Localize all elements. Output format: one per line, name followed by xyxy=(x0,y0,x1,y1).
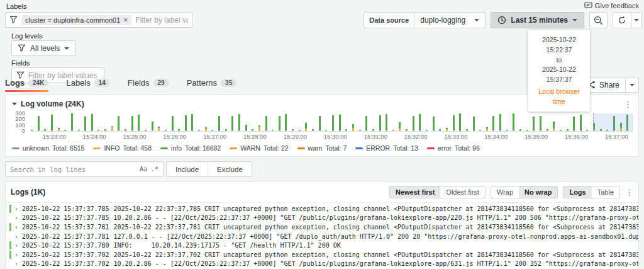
legend-item-error[interactable]: errorTotal: 96 xyxy=(427,144,480,152)
x-axis-tick-label: 15:31:00 xyxy=(364,133,387,140)
toggle-oldest-first[interactable]: Oldest first xyxy=(440,186,485,198)
volume-bar xyxy=(78,130,80,130)
time-range-picker[interactable]: Last 15 minutes xyxy=(491,12,584,28)
volume-bar xyxy=(71,130,73,131)
refresh-button[interactable] xyxy=(613,13,631,28)
volume-bar xyxy=(71,113,73,130)
legend-series-total: Total: 7 xyxy=(325,144,347,152)
panel-menu-icon[interactable]: ⋮ xyxy=(624,100,632,108)
log-row[interactable]: ›2025-10-22 15:37:37.78510.20.2.86 - - [… xyxy=(6,214,638,223)
volume-bar xyxy=(258,127,260,130)
volume-bar xyxy=(413,116,414,130)
search-input[interactable] xyxy=(10,166,136,173)
toggle-wrap[interactable]: Wrap xyxy=(491,186,519,198)
volume-bar xyxy=(31,130,33,130)
tab-logs[interactable]: Logs24K xyxy=(5,78,48,92)
log-levels-value: All levels xyxy=(30,44,60,53)
comment-icon xyxy=(584,2,592,9)
volume-bar xyxy=(265,116,267,130)
log-row[interactable]: ›2025-10-22 15:37:37.780INFO: 10.20.14.2… xyxy=(6,241,638,250)
volume-bar xyxy=(205,130,207,131)
toggle-newest-first[interactable]: Newest first xyxy=(390,186,440,198)
tab-labels[interactable]: Labels14 xyxy=(66,78,109,92)
volume-bar xyxy=(519,129,521,130)
tooltip-to-word: to xyxy=(532,55,586,66)
volume-bar xyxy=(279,130,280,131)
expand-row-icon[interactable]: › xyxy=(14,242,18,249)
volume-bar xyxy=(131,116,133,130)
data-source-value[interactable]: duplo-logging xyxy=(414,12,486,28)
log-levels-dropdown[interactable]: All levels xyxy=(11,40,75,56)
x-axis-tick-label: 15:29:00 xyxy=(284,133,307,140)
include-exclude-group: Include Exclude xyxy=(166,161,252,177)
expand-row-icon[interactable]: › xyxy=(14,205,18,212)
tab-fields[interactable]: Fields29 xyxy=(128,78,169,92)
legend-series-total: Total: 22 xyxy=(264,144,289,152)
legend-item-INFO[interactable]: INFOTotal: 458 xyxy=(93,144,152,152)
content: Log volume (24K) ⋮ 0100200300 15:23:0015… xyxy=(5,94,639,269)
zoom-out-button[interactable] xyxy=(589,12,608,28)
logs-menu-icon[interactable]: ⋮ xyxy=(625,188,633,197)
time-range-label: Last 15 minutes xyxy=(511,16,568,25)
refresh-interval-dropdown[interactable] xyxy=(631,13,641,28)
log-row[interactable]: ›2025-10-22 15:37:37.70210.20.2.86 - - [… xyxy=(6,260,638,269)
volume-bar xyxy=(292,129,294,130)
label-filter-chip[interactable]: cluster = duploinfra-common01 × xyxy=(21,15,131,25)
volume-bar xyxy=(104,129,106,130)
expand-row-icon[interactable]: › xyxy=(14,224,18,231)
volume-bar xyxy=(473,117,475,130)
refresh-icon xyxy=(618,16,626,25)
volume-bar xyxy=(319,116,321,130)
x-axis-tick-label: 15:35:00 xyxy=(525,133,548,140)
expand-row-icon[interactable]: › xyxy=(14,251,18,258)
data-source-name: duplo-logging xyxy=(420,16,465,25)
tab-patterns[interactable]: Patterns35 xyxy=(187,78,237,92)
data-source-picker[interactable]: Data source duplo-logging xyxy=(364,12,486,28)
volume-bar xyxy=(152,122,153,130)
toggle-no-wrap[interactable]: No wrap xyxy=(519,186,557,198)
log-message: INFO: 10.20.14.239:17175 - "GET /health … xyxy=(114,242,341,249)
log-row[interactable]: ›2025-10-22 15:37:37.7812025-10-22 22:37… xyxy=(6,222,638,232)
legend-series-total: Total: 96 xyxy=(455,144,480,152)
volume-bar xyxy=(97,130,99,130)
case-sensitivity-toggle[interactable]: Aa xyxy=(140,166,147,173)
share-options-dropdown[interactable] xyxy=(625,77,638,92)
volume-bar xyxy=(439,129,441,130)
legend-item-info[interactable]: infoTotal: 16682 xyxy=(160,144,221,152)
expand-row-icon[interactable]: › xyxy=(14,260,18,267)
legend-item-WARN[interactable]: WARNTotal: 22 xyxy=(230,144,288,152)
remove-chip-icon[interactable]: × xyxy=(123,16,128,24)
toggle-logs[interactable]: Logs xyxy=(564,186,591,198)
legend-item-ERROR[interactable]: ERRORTotal: 13 xyxy=(355,144,418,152)
log-volume-chart[interactable] xyxy=(31,113,633,132)
volume-bar xyxy=(372,129,374,130)
legend-item-warn[interactable]: warnTotal: 7 xyxy=(297,144,347,152)
regex-toggle[interactable]: .* xyxy=(151,166,158,173)
log-volume-title: Log volume (24K) xyxy=(21,100,84,108)
expand-row-icon[interactable]: › xyxy=(14,214,18,221)
exclude-button[interactable]: Exclude xyxy=(208,162,252,176)
volume-bar xyxy=(492,130,494,131)
volume-bar xyxy=(205,129,207,130)
volume-bar xyxy=(225,129,227,130)
log-row[interactable]: ›2025-10-22 15:37:37.7852025-10-22 22:37… xyxy=(6,204,638,214)
include-button[interactable]: Include xyxy=(167,162,208,176)
volume-bar xyxy=(258,125,260,127)
toggle-table[interactable]: Table xyxy=(592,186,619,198)
volume-bar xyxy=(218,130,220,131)
volume-bar xyxy=(526,130,528,130)
log-message: 127.0.0.1 - - [22/Oct/2025:22:37:37 +000… xyxy=(114,233,638,240)
volume-bar xyxy=(580,130,582,131)
toolbar: Data source duplo-logging Last 15 minute… xyxy=(364,12,642,28)
expand-row-icon[interactable]: › xyxy=(14,233,18,240)
label-filter-bar[interactable]: cluster = duploinfra-common01 × xyxy=(5,12,192,28)
volume-bar xyxy=(359,130,361,130)
give-feedback-link[interactable]: Give feedback xyxy=(584,2,639,9)
volume-bar xyxy=(58,129,60,130)
legend-item-unknown[interactable]: unknownTotal: 6515 xyxy=(12,144,84,152)
log-row[interactable]: ›2025-10-22 15:37:37.781127.0.0.1 - - [2… xyxy=(6,232,638,241)
label-filter-input[interactable] xyxy=(135,16,188,25)
log-search-box[interactable]: Aa .* xyxy=(5,161,164,177)
log-row[interactable]: ›2025-10-22 15:37:37.7022025-10-22 22:37… xyxy=(6,250,638,260)
collapse-panel-icon[interactable] xyxy=(12,103,17,105)
